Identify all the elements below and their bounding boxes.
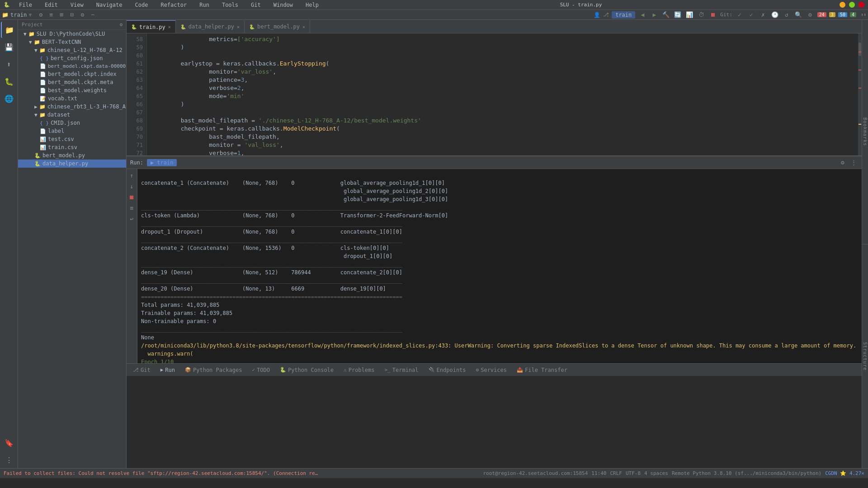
tab-train-py[interactable]: 🐍 train.py ✕ bbox=[127, 20, 176, 33]
tree-item-bert-model-py[interactable]: 🐍 bert_model.py bbox=[18, 151, 126, 160]
tab-data-helper-py[interactable]: 🐍 data_helper.py ✕ bbox=[176, 20, 245, 33]
tree-item-best-model-weights[interactable]: 📄 best_model.weights bbox=[18, 86, 126, 94]
tab-todo[interactable]: ✓ TODO bbox=[247, 365, 274, 375]
settings-btn[interactable]: ⚙ bbox=[806, 10, 815, 19]
search-btn[interactable]: 🔍 bbox=[794, 10, 803, 19]
tree-item-bert-ckpt-meta[interactable]: 📄 bert_model.ckpt.meta bbox=[18, 78, 126, 86]
toolbar-collapse-btn[interactable]: ⊟ bbox=[67, 10, 76, 19]
tree-item-data-helper-py[interactable]: 🐍 data_helper.py bbox=[18, 160, 126, 168]
tab-services[interactable]: ⚙ Services bbox=[472, 365, 511, 375]
sidebar-structure-icon[interactable]: ⋮ bbox=[1, 452, 17, 468]
run-list-btn[interactable]: ≡ bbox=[127, 203, 137, 212]
info-count-badge[interactable]: 50 bbox=[838, 12, 847, 17]
code-content[interactable]: metrics=['accuracy'] ) earlystop = keras… bbox=[147, 33, 862, 155]
coverage-btn[interactable]: 📊 bbox=[685, 10, 694, 19]
tree-item-label[interactable]: 📄 label bbox=[18, 127, 126, 135]
sidebar-commit-icon[interactable]: 💾 bbox=[1, 39, 17, 55]
tree-item-vocab[interactable]: 📝 vocab.txt bbox=[18, 94, 126, 103]
build-btn[interactable]: 🔨 bbox=[661, 10, 670, 19]
toolbar-settings-btn[interactable]: ⚙ bbox=[36, 10, 45, 19]
editor-scrollbar-thumb[interactable] bbox=[859, 42, 861, 56]
sidebar-remote-icon[interactable]: 🌐 bbox=[1, 90, 17, 107]
toolbar-config-btn[interactable]: ⚙ bbox=[78, 10, 87, 19]
tab-bert-model-py[interactable]: 🐍 bert_model.py ✕ bbox=[245, 20, 310, 33]
tab-run[interactable]: ▶ Run bbox=[156, 365, 179, 375]
branch-label[interactable]: train bbox=[612, 11, 635, 19]
sidebar-project-icon[interactable]: 📁 bbox=[1, 22, 17, 38]
run-up-btn[interactable]: ↑ bbox=[127, 171, 137, 180]
run-output[interactable]: concatenate_1 (Concatenate) (None, 768) … bbox=[137, 169, 862, 363]
toolbar-list-btn[interactable]: ≡ bbox=[47, 10, 56, 19]
run-settings-btn[interactable]: ⚙ bbox=[838, 158, 847, 167]
git-x-btn[interactable]: ✗ bbox=[759, 10, 768, 19]
tree-item-bert-ckpt-data[interactable]: 📄 bert_model.ckpt.data-00000-of-00... bbox=[18, 62, 126, 70]
stop-btn[interactable]: ⏹ bbox=[708, 10, 717, 19]
toolbar-minus-btn[interactable]: − bbox=[88, 10, 97, 19]
bookmarks-side-label[interactable]: Bookmarks bbox=[863, 117, 868, 146]
toolbar-expand-btn[interactable]: ⊞ bbox=[57, 10, 66, 19]
menu-code[interactable]: Code bbox=[132, 1, 152, 9]
tree-item-bert-ckpt-index[interactable]: 📄 bert_model.ckpt.index bbox=[18, 70, 126, 78]
tree-item-chinese-l12[interactable]: ▼ 📁 chinese_L-12_H-768_A-12 bbox=[18, 46, 126, 54]
run-wrap-btn[interactable]: ↩ bbox=[127, 214, 137, 223]
run-prev-btn[interactable]: ◀ bbox=[638, 10, 647, 19]
editor-scrollbar-track[interactable] bbox=[858, 33, 862, 155]
tree-item-cmid[interactable]: { } CMID.json bbox=[18, 119, 126, 127]
warn-count-badge[interactable]: 3 bbox=[829, 12, 835, 17]
profile-btn[interactable]: ⏱ bbox=[697, 10, 706, 19]
maximize-button[interactable]: □ bbox=[849, 2, 855, 8]
run-next-btn[interactable]: ▶ bbox=[650, 10, 659, 19]
menu-help[interactable]: Help bbox=[302, 1, 322, 9]
tree-item-chinese-rbt3[interactable]: ▶ 📁 chinese_rbt3_L-3_H-768_A-12 bbox=[18, 103, 126, 111]
git-clock-btn[interactable]: 🕐 bbox=[770, 10, 779, 19]
menu-run[interactable]: Run bbox=[196, 1, 213, 9]
status-indent[interactable]: 4 spaces bbox=[644, 470, 668, 476]
run-stop-btn[interactable]: ⏹ bbox=[127, 192, 137, 202]
git-ok-btn[interactable]: ✓ bbox=[735, 10, 744, 19]
tree-item-dataset[interactable]: ▼ 📁 dataset bbox=[18, 111, 126, 119]
menu-tools[interactable]: Tools bbox=[218, 1, 242, 9]
tab-python-console[interactable]: 🐍 Python Console bbox=[275, 365, 338, 375]
git-check-btn[interactable]: ✓ bbox=[747, 10, 756, 19]
tree-item-slu[interactable]: ▼ 📁 SLU D:\PythonCode\SLU bbox=[18, 30, 126, 38]
tab-python-packages[interactable]: 📦 Python Packages bbox=[180, 365, 246, 375]
tree-item-test-csv[interactable]: 📊 test.csv bbox=[18, 135, 126, 143]
menu-git[interactable]: Git bbox=[247, 1, 264, 9]
hint-count-badge[interactable]: 4 bbox=[850, 12, 856, 17]
menu-file[interactable]: File bbox=[15, 1, 36, 9]
status-remote-host[interactable]: root@region-42.seetacloud.com:15854 bbox=[483, 470, 588, 476]
run-config-selector[interactable]: ▶ train bbox=[147, 159, 177, 166]
status-line-sep[interactable]: CRLF bbox=[610, 470, 622, 476]
code-editor[interactable]: 58 59 60 61 62 63 64 65 66 67 68 69 70 7… bbox=[127, 33, 862, 155]
status-python-version[interactable]: Remote Python 3.8.10 (sf.../miniconda3/b… bbox=[672, 470, 821, 476]
tree-item-bert-config[interactable]: { } bert_config.json bbox=[18, 54, 126, 62]
minimize-button[interactable]: — bbox=[840, 2, 845, 8]
tab-terminal[interactable]: >_ Terminal bbox=[380, 365, 423, 375]
error-count-badge[interactable]: 24 bbox=[817, 12, 826, 17]
menu-window[interactable]: Window bbox=[270, 1, 297, 9]
menu-refactor[interactable]: Refactor bbox=[157, 1, 190, 9]
sidebar-debug-icon[interactable]: 🐛 bbox=[1, 73, 17, 89]
tab-data-helper-close[interactable]: ✕ bbox=[237, 24, 240, 29]
tab-train-close[interactable]: ✕ bbox=[168, 24, 171, 29]
sidebar-pullrequest-icon[interactable]: ⬆ bbox=[1, 56, 17, 72]
run-down-btn[interactable]: ↓ bbox=[127, 182, 137, 191]
tab-problems[interactable]: ⚠ Problems bbox=[339, 365, 379, 375]
close-button[interactable]: ✕ bbox=[859, 2, 864, 8]
menu-edit[interactable]: Edit bbox=[41, 1, 61, 9]
status-encoding[interactable]: UTF-8 bbox=[626, 470, 641, 476]
tab-file-transfer[interactable]: 📤 File Transfer bbox=[512, 365, 572, 375]
tab-endpoints[interactable]: 🔌 Endpoints bbox=[424, 365, 471, 375]
structure-side-label[interactable]: Structure bbox=[863, 342, 868, 371]
tab-bert-model-close[interactable]: ✕ bbox=[302, 24, 305, 29]
menu-navigate[interactable]: Navigate bbox=[93, 1, 126, 9]
git-refresh-btn[interactable]: ↺ bbox=[782, 10, 791, 19]
tab-git[interactable]: ⎇ Git bbox=[128, 365, 155, 375]
tree-item-train-csv[interactable]: 📊 train.csv bbox=[18, 143, 126, 151]
sidebar-bookmarks-icon[interactable]: 🔖 bbox=[1, 435, 17, 451]
file-tree-gear[interactable]: ⚙ bbox=[119, 22, 123, 28]
reload-btn[interactable]: 🔄 bbox=[673, 10, 682, 19]
run-more-btn[interactable]: ⋮ bbox=[849, 158, 858, 167]
menu-view[interactable]: View bbox=[67, 1, 87, 9]
tree-item-bert-textcnn[interactable]: ▼ 📁 BERT-TextCNN bbox=[18, 38, 126, 46]
